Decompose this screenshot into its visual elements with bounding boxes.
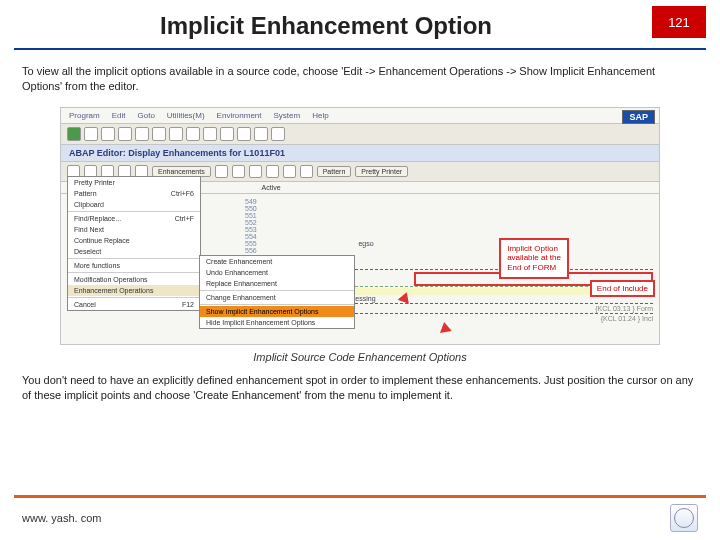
dd-pretty-printer[interactable]: Pretty Printer (68, 177, 200, 188)
edit-dropdown: Pretty Printer PatternCtrl+F6 Clipboard … (67, 176, 201, 311)
dd-find-next[interactable]: Find Next (68, 224, 200, 235)
active-label: Active (262, 184, 281, 191)
toolbar-icon[interactable] (271, 127, 285, 141)
dd-pattern[interactable]: PatternCtrl+F6 (68, 188, 200, 199)
toolbar-icon[interactable] (152, 127, 166, 141)
footer: www. yash. com (0, 495, 720, 532)
toolbar-main (61, 124, 659, 145)
editor-body: Pretty Printer PatternCtrl+F6 Clipboard … (61, 194, 659, 344)
pattern-button[interactable]: Pattern (317, 166, 352, 177)
menu-edit[interactable]: Edit (112, 111, 126, 120)
toolbar-icon[interactable] (232, 165, 245, 178)
ok-icon[interactable] (67, 127, 81, 141)
menu-system[interactable]: System (274, 111, 301, 120)
toolbar-icon[interactable] (283, 165, 296, 178)
dd-deselect[interactable]: Deselect (68, 246, 200, 257)
toolbar-icon[interactable] (186, 127, 200, 141)
dd-modification-ops[interactable]: Modification Operations (68, 274, 200, 285)
toolbar-icon[interactable] (300, 165, 313, 178)
menubar: Program Edit Goto Utilities(M) Environme… (61, 108, 659, 124)
sm-change-enhancement[interactable]: Change Enhancement (200, 292, 354, 303)
sm-create-enhancement[interactable]: Create Enhancement (200, 256, 354, 267)
toolbar-icon[interactable] (101, 127, 115, 141)
sm-hide-implicit[interactable]: Hide Implicit Enhancement Options (200, 317, 354, 328)
toolbar-icon[interactable] (220, 127, 234, 141)
menu-program[interactable]: Program (69, 111, 100, 120)
arrow-icon (438, 321, 452, 333)
toolbar-icon[interactable] (169, 127, 183, 141)
toolbar-icon[interactable] (249, 165, 262, 178)
toolbar-icon[interactable] (254, 127, 268, 141)
toolbar-icon[interactable] (118, 127, 132, 141)
title-underline (14, 48, 706, 50)
callout-implicit-option: Implicit Option available at the End of … (499, 238, 569, 279)
dd-cancel[interactable]: CancelF12 (68, 299, 200, 310)
menu-help[interactable]: Help (312, 111, 328, 120)
sm-undo-enhancement[interactable]: Undo Enhancement (200, 267, 354, 278)
footer-divider (14, 495, 706, 498)
callout-end-of-include: End of Include (590, 280, 655, 297)
page-title: Implicit Enhancement Option (0, 0, 652, 48)
toolbar-icon[interactable] (266, 165, 279, 178)
figure-caption: Implicit Source Code Enhancement Options (0, 351, 720, 363)
dd-enhancement-ops[interactable]: Enhancement Operations (68, 285, 200, 296)
sap-logo: SAP (622, 110, 655, 124)
menu-utilities[interactable]: Utilities(M) (167, 111, 205, 120)
dd-clipboard[interactable]: Clipboard (68, 199, 200, 210)
dd-find-replace[interactable]: Find/Replace...Ctrl+F (68, 213, 200, 224)
outro-text: You don't need to have an explicitly def… (0, 373, 720, 414)
pretty-printer-button[interactable]: Pretty Printer (355, 166, 408, 177)
page-number-badge: 121 (652, 6, 706, 38)
menu-environment[interactable]: Environment (217, 111, 262, 120)
enhancement-submenu: Create Enhancement Undo Enhancement Repl… (199, 255, 355, 329)
dd-more-functions[interactable]: More functions (68, 260, 200, 271)
toolbar-icon[interactable] (215, 165, 228, 178)
footer-url: www. yash. com (22, 512, 101, 524)
menu-goto[interactable]: Goto (137, 111, 154, 120)
yash-logo-icon (670, 504, 698, 532)
intro-text: To view all the implicit options availab… (0, 64, 720, 107)
dd-continue-replace[interactable]: Continue Replace (68, 235, 200, 246)
toolbar-icon[interactable] (237, 127, 251, 141)
toolbar-icon[interactable] (135, 127, 149, 141)
sm-show-implicit[interactable]: Show Implicit Enhancement Options (200, 306, 354, 317)
toolbar-icon[interactable] (84, 127, 98, 141)
sap-screenshot: SAP Program Edit Goto Utilities(M) Envir… (60, 107, 660, 345)
toolbar-icon[interactable] (203, 127, 217, 141)
sm-replace-enhancement[interactable]: Replace Enhancement (200, 278, 354, 289)
editor-title: ABAP Editor: Display Enhancements for L1… (61, 145, 659, 162)
